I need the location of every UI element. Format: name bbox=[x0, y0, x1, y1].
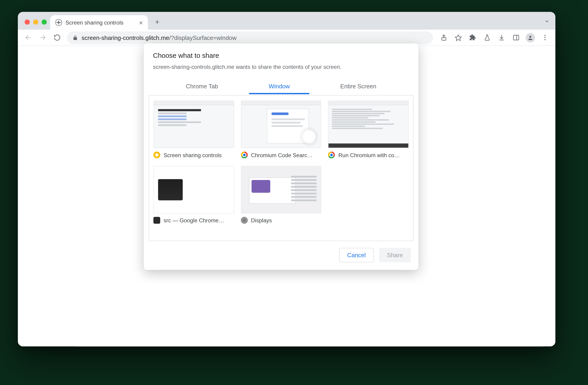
url-text: screen-sharing-controls.glitch.me/?displ… bbox=[82, 34, 236, 41]
window-controls bbox=[22, 19, 50, 30]
tab-strip: Screen sharing controls × + bbox=[18, 12, 555, 30]
dialog-tabs: Chrome Tab Window Entire Screen bbox=[144, 78, 419, 95]
window-option[interactable]: src — Google Chrome… bbox=[153, 166, 234, 224]
window-thumbnail bbox=[153, 100, 234, 148]
share-button[interactable]: Share bbox=[379, 248, 411, 262]
dialog-body: Screen sharing controls Chrom bbox=[149, 95, 414, 241]
window-label: Displays bbox=[251, 217, 272, 224]
forward-button[interactable] bbox=[37, 32, 48, 44]
window-label: Run Chromium with co… bbox=[338, 152, 400, 158]
app-icon bbox=[328, 152, 335, 158]
bookmark-button[interactable] bbox=[452, 31, 465, 44]
svg-point-7 bbox=[529, 36, 531, 38]
window-thumbnail bbox=[241, 100, 321, 148]
app-icon bbox=[153, 217, 160, 224]
dialog-subtitle: screen-sharing-controls.glitch.me wants … bbox=[153, 64, 409, 70]
avatar-icon bbox=[525, 33, 535, 42]
labs-button[interactable] bbox=[481, 31, 493, 44]
tab-chrome-tab[interactable]: Chrome Tab bbox=[179, 78, 225, 95]
window-thumbnail bbox=[153, 166, 234, 213]
profile-button[interactable] bbox=[524, 31, 537, 44]
svg-point-9 bbox=[544, 37, 545, 38]
window-thumbnail bbox=[241, 166, 321, 213]
reload-button[interactable] bbox=[51, 32, 63, 44]
dialog-title: Choose what to share bbox=[153, 52, 409, 59]
tab-window[interactable]: Window bbox=[262, 78, 296, 95]
close-window-button[interactable] bbox=[24, 19, 30, 24]
window-option[interactable]: Screen sharing controls bbox=[153, 100, 234, 158]
browser-tab[interactable]: Screen sharing controls × bbox=[50, 15, 148, 30]
window-option[interactable]: Displays bbox=[241, 166, 321, 224]
url-path: /?displaySurface=window bbox=[169, 34, 237, 41]
window-option[interactable]: Chromium Code Searc… bbox=[241, 100, 321, 158]
window-label: src — Google Chrome… bbox=[164, 217, 224, 224]
svg-point-10 bbox=[544, 39, 545, 40]
browser-window: Screen sharing controls × + screen-shari… bbox=[18, 12, 555, 346]
extensions-button[interactable] bbox=[466, 31, 479, 44]
url-host: screen-sharing-controls.glitch.me bbox=[82, 34, 169, 41]
side-panel-button[interactable] bbox=[509, 31, 522, 44]
maximize-window-button[interactable] bbox=[42, 19, 47, 24]
page-content: Choose what to share screen-sharing-cont… bbox=[18, 46, 555, 346]
window-label: Chromium Code Searc… bbox=[251, 152, 313, 158]
window-label: Screen sharing controls bbox=[164, 152, 222, 158]
dialog-actions: Cancel Share bbox=[144, 241, 419, 263]
app-icon bbox=[241, 152, 248, 158]
svg-marker-3 bbox=[455, 35, 461, 41]
new-tab-button[interactable]: + bbox=[151, 16, 163, 28]
downloads-button[interactable] bbox=[495, 31, 508, 44]
app-icon bbox=[153, 152, 160, 158]
tab-overflow-button[interactable] bbox=[544, 18, 555, 30]
back-button[interactable] bbox=[22, 32, 34, 44]
close-tab-icon[interactable]: × bbox=[139, 19, 143, 26]
svg-rect-5 bbox=[513, 35, 519, 40]
window-option[interactable]: Run Chromium with co… bbox=[328, 100, 409, 158]
share-page-button[interactable] bbox=[437, 31, 450, 44]
lock-icon bbox=[72, 35, 78, 41]
menu-button[interactable] bbox=[538, 31, 551, 44]
screen-share-dialog: Choose what to share screen-sharing-cont… bbox=[144, 43, 419, 270]
address-bar[interactable]: screen-sharing-controls.glitch.me/?displ… bbox=[67, 31, 433, 44]
window-thumbnail bbox=[328, 100, 409, 148]
globe-icon bbox=[55, 19, 62, 26]
tab-title: Screen sharing controls bbox=[65, 19, 136, 26]
chevron-down-icon bbox=[544, 18, 549, 23]
app-icon bbox=[241, 217, 248, 224]
tab-entire-screen[interactable]: Entire Screen bbox=[334, 78, 383, 95]
cancel-button[interactable]: Cancel bbox=[339, 248, 374, 262]
minimize-window-button[interactable] bbox=[33, 19, 38, 24]
svg-point-8 bbox=[544, 35, 545, 36]
